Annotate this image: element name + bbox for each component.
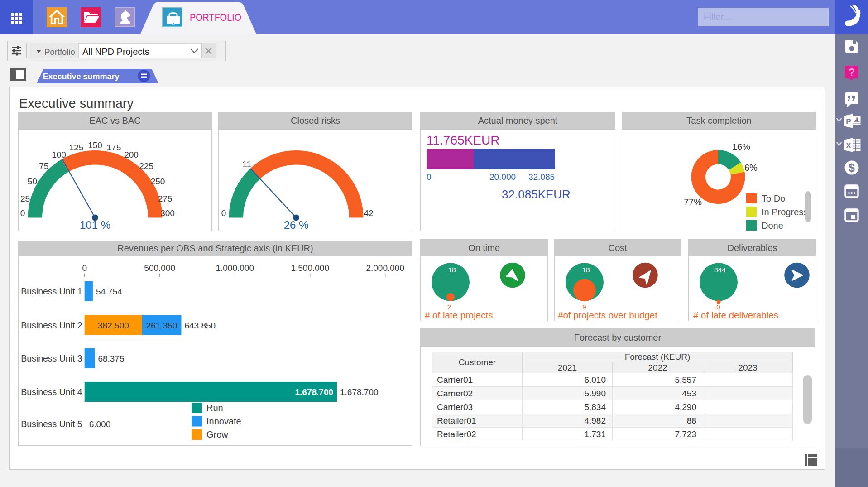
svg-text:9: 9 <box>582 303 586 311</box>
svg-text:50: 50 <box>28 177 37 186</box>
svg-text:$: $ <box>849 161 855 174</box>
svg-text:382.500: 382.500 <box>98 321 129 330</box>
svg-text:2: 2 <box>447 303 451 311</box>
svg-text:100: 100 <box>52 150 66 159</box>
svg-text:Business Unit 2: Business Unit 2 <box>21 320 82 330</box>
svg-text:101 %: 101 % <box>80 219 110 231</box>
svg-text:Grow: Grow <box>206 429 228 439</box>
svg-text:75: 75 <box>39 161 48 171</box>
svg-text:6%: 6% <box>744 163 758 173</box>
svg-text:Business Unit 4: Business Unit 4 <box>21 387 82 397</box>
svg-text:16%: 16% <box>732 142 750 152</box>
svg-text:Business Unit 3: Business Unit 3 <box>21 353 82 363</box>
svg-text:6.000: 6.000 <box>89 419 111 429</box>
svg-text:500.000: 500.000 <box>144 263 175 273</box>
svg-text:844: 844 <box>714 266 726 274</box>
svg-text:175: 175 <box>107 143 121 152</box>
svg-text:Executive summary: Executive summary <box>43 72 119 81</box>
svg-text:Business Unit 1: Business Unit 1 <box>21 286 82 296</box>
svg-text:11: 11 <box>242 159 251 169</box>
svg-text:Innovate: Innovate <box>206 416 241 426</box>
svg-text:2.000.000: 2.000.000 <box>366 263 404 273</box>
svg-text:261.350: 261.350 <box>146 321 177 330</box>
svg-text:42: 42 <box>364 208 373 218</box>
svg-text:25: 25 <box>20 194 30 203</box>
svg-text:250: 250 <box>151 177 165 186</box>
svg-text:125: 125 <box>69 143 84 152</box>
svg-text:54.754: 54.754 <box>96 287 123 296</box>
svg-text:1.678.700: 1.678.700 <box>340 387 379 397</box>
svg-text:300: 300 <box>160 208 175 218</box>
svg-text:X: X <box>846 141 851 150</box>
svg-text:0: 0 <box>82 263 87 273</box>
svg-text:26 %: 26 % <box>284 219 309 231</box>
svg-text:0: 0 <box>20 208 25 218</box>
svg-text:150: 150 <box>88 140 102 150</box>
svg-text:18: 18 <box>582 266 590 274</box>
svg-text:Run: Run <box>206 403 223 413</box>
svg-text:?: ? <box>849 66 855 78</box>
svg-text:0: 0 <box>716 303 720 311</box>
svg-text:643.850: 643.850 <box>184 321 216 330</box>
svg-text:1.000.000: 1.000.000 <box>216 263 254 273</box>
svg-text:1.500.000: 1.500.000 <box>291 263 329 273</box>
svg-text:77%: 77% <box>684 197 702 207</box>
svg-text:68.375: 68.375 <box>98 354 124 363</box>
svg-text:Business Unit 5: Business Unit 5 <box>21 419 82 429</box>
svg-text:1.678.700: 1.678.700 <box>295 387 333 397</box>
svg-text:200: 200 <box>124 150 139 159</box>
svg-text:0: 0 <box>221 208 226 218</box>
svg-text:225: 225 <box>139 161 153 171</box>
svg-text:18: 18 <box>448 266 456 274</box>
svg-text:275: 275 <box>158 194 173 203</box>
svg-text:P: P <box>846 117 851 126</box>
